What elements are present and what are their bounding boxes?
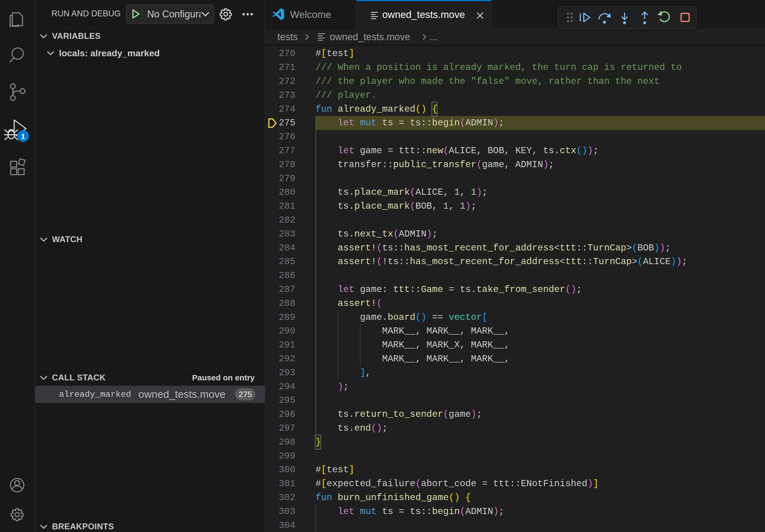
svg-text:1: 1 [21, 132, 25, 140]
